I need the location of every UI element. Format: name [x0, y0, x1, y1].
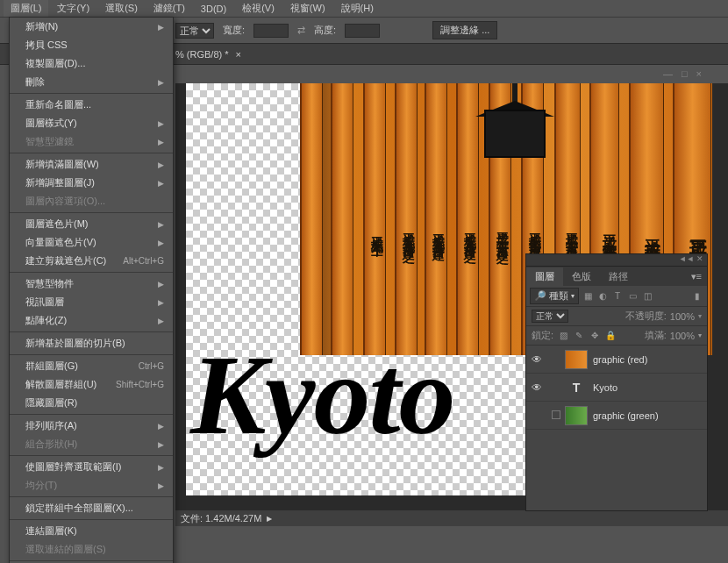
filter-adjust-icon[interactable]: ◐ — [596, 290, 609, 303]
menu-item[interactable]: 新增(N)▶ — [10, 18, 173, 36]
layer-row[interactable]: 👁graphic (red) — [526, 346, 707, 374]
menu-item[interactable]: 重新命名圖層... — [10, 96, 173, 114]
torii-slat — [300, 83, 323, 355]
menu-item: 均分(T)▶ — [10, 476, 173, 495]
submenu-arrow-icon: ▶ — [158, 422, 164, 431]
menubar: 圖層(L) 文字(Y) 選取(S) 濾鏡(T) 3D(D) 檢視(V) 視窗(W… — [0, 0, 728, 18]
layer-thumb: T — [565, 378, 588, 397]
fill-label: 填滿: — [645, 329, 667, 342]
document-title: % (RGB/8) * — [175, 49, 229, 60]
menu-item[interactable]: 建立剪裁遮色片(C)Alt+Ctrl+G — [10, 252, 173, 270]
submenu-arrow-icon: ▶ — [158, 239, 164, 247]
layer-select-box[interactable] — [547, 410, 565, 421]
tab-layers[interactable]: 圖層 — [526, 267, 563, 286]
menu-3d[interactable]: 3D(D) — [194, 2, 233, 16]
height-input[interactable] — [345, 24, 380, 38]
menu-item[interactable]: 智慧型物件▶ — [10, 274, 173, 293]
menu-item[interactable]: 使圖層對齊選取範圍(I)▶ — [10, 458, 173, 476]
torii-slat: 平成十九年十三 — [363, 83, 386, 355]
menu-item[interactable]: 圖層遮色片(M)▶ — [10, 215, 173, 233]
menu-select[interactable]: 選取(S) — [98, 0, 145, 17]
layer-name: graphic (red) — [593, 354, 647, 365]
torii-slat: 平成十九年五月吉日建 — [425, 83, 447, 355]
filter-shape-icon[interactable]: ▭ — [626, 290, 639, 303]
kyoto-text-layer: Kyoto — [190, 338, 454, 452]
menu-item[interactable]: 複製圖層(D)... — [10, 54, 173, 73]
menu-layer[interactable]: 圖層(L) — [4, 0, 48, 17]
layer-thumb — [565, 406, 588, 425]
swap-icon[interactable]: ⇄ — [297, 25, 305, 36]
menu-item[interactable]: 排列順序(A)▶ — [10, 417, 173, 435]
layer-row[interactable]: graphic (green) — [526, 402, 707, 430]
width-label: 寬度: — [223, 24, 245, 37]
visibility-eye-icon[interactable]: 👁 — [526, 353, 547, 366]
menu-item[interactable]: 鎖定群組中全部圖層(X)... — [10, 499, 173, 517]
filter-smart-icon[interactable]: ◫ — [641, 290, 653, 303]
submenu-arrow-icon: ▶ — [158, 23, 164, 32]
layer-blend-select[interactable]: 正常 — [532, 310, 568, 323]
filter-pixel-icon[interactable]: ▦ — [582, 290, 594, 303]
close-window-icon[interactable]: × — [696, 68, 702, 79]
lock-transparent-icon[interactable]: ▨ — [557, 330, 569, 342]
lock-all-icon[interactable]: 🔒 — [604, 330, 617, 342]
submenu-arrow-icon: ▶ — [158, 298, 164, 307]
submenu-arrow-icon: ▶ — [158, 138, 164, 146]
submenu-arrow-icon: ▶ — [158, 317, 164, 325]
layer-filter-row: 🔎種類▾ ▦ ◐ T ▭ ◫ ▮ — [526, 286, 707, 307]
tab-channels[interactable]: 色版 — [563, 267, 600, 286]
panel-tabs: 圖層 色版 路徑 ▾≡ — [526, 267, 707, 286]
menu-text[interactable]: 文字(Y) — [50, 0, 96, 17]
lock-paint-icon[interactable]: ✎ — [573, 330, 585, 342]
fill-value[interactable]: 100% — [670, 331, 695, 341]
close-icon[interactable]: × — [236, 49, 241, 60]
menu-item[interactable]: 拷貝 CSS — [10, 36, 173, 54]
menu-item: 智慧型濾鏡▶ — [10, 132, 173, 151]
menu-item[interactable]: 圖層樣式(Y)▶ — [10, 114, 173, 132]
lantern — [475, 83, 554, 184]
layers-panel: 圖層 色版 路徑 ▾≡ 🔎種類▾ ▦ ◐ T ▭ ◫ ▮ 正常 不透明度: 10… — [525, 266, 708, 511]
menu-item[interactable]: 刪除▶ — [10, 73, 173, 91]
menu-item: 圖層內容選項(O)... — [10, 192, 173, 210]
menu-view[interactable]: 檢視(V) — [235, 0, 282, 17]
tab-paths[interactable]: 路徑 — [600, 267, 637, 286]
blend-mode-select[interactable]: 正常 — [175, 23, 214, 39]
menu-item[interactable]: 點陣化(Z)▶ — [10, 311, 173, 330]
menu-item[interactable]: 連結圖層(K) — [10, 522, 173, 540]
layer-name: graphic (green) — [593, 410, 659, 421]
menu-help[interactable]: 說明(H) — [334, 0, 381, 17]
lock-position-icon[interactable]: ✥ — [589, 330, 601, 342]
layer-row[interactable]: 👁TKyoto — [526, 374, 707, 402]
menu-item[interactable]: 隱藏圖層(R) — [10, 394, 173, 412]
panel-collapse-bar[interactable]: ◄◄ ✕ — [525, 253, 708, 266]
menu-item[interactable]: 視訊圖層▶ — [10, 293, 173, 311]
status-bar: 文件: 1.42M/4.27M ▶ — [175, 510, 728, 526]
submenu-arrow-icon: ▶ — [158, 440, 164, 449]
filter-text-icon[interactable]: T — [611, 290, 624, 303]
visibility-eye-icon[interactable]: 👁 — [526, 381, 547, 394]
menu-filter[interactable]: 濾鏡(T) — [146, 0, 192, 17]
menu-item[interactable]: 新增調整圖層(J)▶ — [10, 174, 173, 192]
maximize-icon[interactable]: □ — [682, 68, 688, 79]
window-controls: — □ × — [663, 68, 702, 79]
statusbar-arrow-icon[interactable]: ▶ — [267, 515, 272, 523]
submenu-arrow-icon: ▶ — [158, 78, 164, 87]
menu-window[interactable]: 視窗(W) — [283, 0, 332, 17]
menu-item[interactable]: 新增填滿圖層(W)▶ — [10, 155, 173, 174]
panel-menu-icon[interactable]: ▾≡ — [686, 268, 707, 285]
menu-item[interactable]: 新增基於圖層的切片(B) — [10, 334, 173, 353]
lock-label: 鎖定: — [532, 329, 553, 342]
menu-item[interactable]: 解散圖層群組(U)Shift+Ctrl+G — [10, 375, 173, 394]
filter-kind-select[interactable]: 🔎種類▾ — [530, 288, 579, 304]
layer-thumb — [565, 350, 588, 369]
menu-item[interactable]: 向量圖遮色片(V)▶ — [10, 233, 173, 252]
minimize-icon[interactable]: — — [663, 68, 673, 79]
opacity-value[interactable]: 100% — [670, 311, 695, 322]
width-input[interactable] — [253, 24, 289, 38]
layer-menu-dropdown: 新增(N)▶拷貝 CSS複製圖層(D)...刪除▶重新命名圖層...圖層樣式(Y… — [9, 17, 174, 563]
submenu-arrow-icon: ▶ — [158, 119, 164, 128]
menu-item[interactable]: 群組圖層(G)Ctrl+G — [10, 357, 173, 375]
torii-slat: 平成十九年九月吉日建之 — [395, 83, 418, 355]
torii-slat — [331, 83, 353, 355]
refine-edge-button[interactable]: 調整邊緣 ... — [432, 21, 497, 39]
filter-toggle-icon[interactable]: ▮ — [691, 290, 703, 303]
